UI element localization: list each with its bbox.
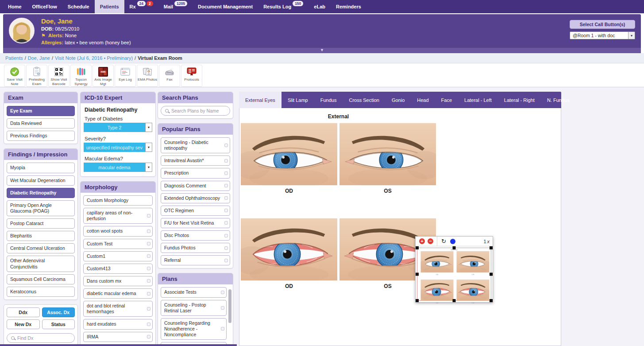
popular-plan-item[interactable]: F/U for Next Visit Retina	[161, 218, 230, 228]
morphology-item[interactable]: hard exudates	[83, 319, 153, 329]
morphology-item[interactable]: Custom Test	[83, 239, 153, 249]
morphology-item[interactable]: capillary areas of non-perfusion	[83, 208, 153, 224]
tab-face[interactable]: Face	[435, 92, 458, 108]
severity-select[interactable]: unspecified retinopathy sev ▼	[84, 143, 152, 152]
finding-item[interactable]: Postop Cataract	[7, 218, 75, 229]
dropdown-arrow-icon[interactable]: ▼	[145, 123, 152, 132]
tab-fundus[interactable]: Fundus	[314, 92, 343, 108]
nav-item-home[interactable]: Home	[3, 0, 27, 13]
tab-lateral-right[interactable]: Lateral - Right	[498, 92, 541, 108]
plans-scrollbar[interactable]	[228, 289, 231, 323]
nav-item-mail[interactable]: Mail 1205	[158, 0, 193, 13]
save-visit-note-button[interactable]: Save Visit Note	[4, 65, 25, 87]
resize-handle[interactable]	[416, 299, 419, 302]
external-eyes-canvas[interactable]: External OD OS OD OS	[239, 108, 561, 346]
eye-image-od-top[interactable]: OD	[241, 123, 337, 194]
resize-handle[interactable]	[416, 246, 419, 249]
plan-item[interactable]: Counseling - Postop Retinal Laser	[161, 300, 227, 316]
nav-item-patients[interactable]: Patients	[95, 0, 124, 13]
finding-item[interactable]: Wet Macular Degeneration	[7, 175, 75, 186]
morphology-item[interactable]: dot and blot retinal hemorrhages	[83, 301, 153, 317]
tab-lateral-left[interactable]: Lateral - Left	[458, 92, 498, 108]
nav-item-reminders[interactable]: Reminders	[331, 0, 366, 13]
resize-handle[interactable]	[490, 246, 493, 249]
popular-plan-item[interactable]: Diagnosis Comment	[161, 181, 230, 191]
morphology-item[interactable]: Custom1	[83, 251, 153, 261]
finding-item[interactable]: Squamous Cell Carcinoma	[7, 274, 75, 284]
nav-item-rx[interactable]: Rx 24 2	[124, 0, 158, 13]
morphology-item[interactable]: cotton wool spots	[83, 226, 153, 236]
morphology-item[interactable]: diabetic macular edema	[83, 288, 153, 299]
topcon-synergy-button[interactable]: Topcon Synergy	[70, 65, 92, 87]
zoom-in-button[interactable]: +	[419, 238, 425, 244]
eye-image-od-bottom[interactable]: OD	[241, 218, 337, 289]
protocols-button[interactable]: Protocols	[181, 65, 202, 87]
finding-item-diabetic-retinopathy[interactable]: Diabetic Retinopathy	[7, 188, 75, 198]
dropdown-arrow-icon[interactable]: ▼	[145, 143, 152, 152]
macular-edema-select[interactable]: macular edema ▼	[84, 163, 152, 172]
fax-button[interactable]: Fax	[159, 65, 180, 87]
popular-plan-item[interactable]: Fundus Photos	[161, 243, 230, 253]
type-of-diabetes-select[interactable]: Type 2 ▼	[84, 123, 152, 132]
nav-item-schedule[interactable]: Schedule	[62, 0, 95, 13]
blue-marker-icon[interactable]	[450, 239, 455, 244]
breadcrumb-link-patients[interactable]: Patients	[5, 55, 23, 61]
assoc-dx-button[interactable]: Assoc. Dx	[42, 307, 75, 317]
collapse-chevron-icon[interactable]: ▼	[3, 48, 641, 53]
eye-image-os-top[interactable]: OS	[339, 123, 436, 194]
resize-handle[interactable]	[453, 246, 456, 249]
nav-item-document-management[interactable]: Document Management	[193, 0, 258, 13]
eye-illustration[interactable]	[339, 123, 436, 186]
popular-plan-item[interactable]: Referral	[161, 255, 230, 265]
exam-item-eye-exam[interactable]: Eye Exam	[7, 106, 75, 116]
exam-item-previous-findings[interactable]: Previous Findings	[7, 131, 75, 141]
popular-plan-item[interactable]: Intravitreal Avastin*	[161, 156, 230, 166]
zoom-out-button[interactable]: −	[428, 238, 433, 244]
exam-item-data-reviewed[interactable]: Data Reviewed	[7, 118, 75, 128]
eye-illustration[interactable]	[241, 123, 337, 186]
popular-plan-item[interactable]: Disc Photos	[161, 230, 230, 241]
tab-gonio[interactable]: Gonio	[386, 92, 411, 108]
status-button[interactable]: Status	[42, 319, 75, 329]
pretesting-exam-button[interactable]: Pretesting Exam	[26, 65, 47, 87]
select-call-buttons-button[interactable]: Select Call Button(s)	[570, 20, 635, 29]
nav-item-results-log[interactable]: Results Log 150	[258, 0, 309, 13]
ema-photos-button[interactable]: EMA Photos	[137, 65, 158, 87]
tab-slit-lamp[interactable]: Slit Lamp	[282, 92, 314, 108]
breadcrumb-link-visit-note[interactable]: Visit Note (Jul 6, 2016 • Preliminary)	[55, 55, 133, 61]
finding-item[interactable]: Other Adenoviral Conjunctivitis	[7, 256, 75, 272]
popular-plan-item[interactable]: OTC Regimen	[161, 206, 230, 216]
morphology-item[interactable]: Custom Morphology	[83, 195, 153, 206]
zoom-thumbnail-area[interactable]: External OD OS OD OS	[417, 248, 491, 301]
resize-handle[interactable]	[490, 273, 493, 276]
breadcrumb-link-patient[interactable]: Doe, Jane	[28, 55, 50, 61]
nav-item-officeflow[interactable]: OfficeFlow	[27, 0, 62, 13]
resize-handle[interactable]	[490, 299, 493, 302]
popular-plan-item[interactable]: Prescription	[161, 168, 230, 178]
tab-head[interactable]: Head	[411, 92, 435, 108]
rotate-icon[interactable]: ↻	[441, 238, 446, 244]
resize-handle[interactable]	[453, 299, 456, 302]
plan-item[interactable]: Associate Tests	[161, 287, 227, 297]
popular-plan-item[interactable]: Extended Ophthalmoscopy	[161, 193, 230, 203]
search-plans-input[interactable]	[171, 108, 226, 113]
morphology-item[interactable]: Dans custom mx	[83, 276, 153, 286]
tab-external-eyes[interactable]: External Eyes	[239, 92, 282, 108]
ddx-button[interactable]: Ddx	[7, 307, 40, 317]
tab-n-fundus[interactable]: N. Fundus	[541, 92, 576, 108]
eye-illustration[interactable]	[241, 218, 337, 281]
dropdown-arrow-icon[interactable]: ▼	[145, 163, 152, 172]
find-dx-input[interactable]	[17, 335, 70, 341]
morphology-item[interactable]: IRMA	[83, 332, 153, 342]
axis-image-mgt-button[interactable]: AXIS Axis Image Mgt	[93, 65, 114, 87]
resize-handle[interactable]	[416, 273, 419, 276]
nav-item-elab[interactable]: eLab	[309, 0, 331, 13]
finding-item[interactable]: Central Corneal Ulceration	[7, 243, 75, 253]
morphology-item[interactable]: Custom413	[83, 264, 153, 274]
room-status-select[interactable]: @Room 1 - with doc ▼	[570, 31, 635, 39]
tab-cross-section[interactable]: Cross Section	[343, 92, 385, 108]
finding-item[interactable]: Blepharitis	[7, 231, 75, 241]
eye-log-button[interactable]: Eye Log	[115, 65, 136, 87]
popular-plan-item[interactable]: Counseling - Diabetic retinopathy	[161, 137, 230, 153]
plan-item[interactable]: Counseling Regarding Nonadherence - Nonc…	[161, 318, 227, 340]
